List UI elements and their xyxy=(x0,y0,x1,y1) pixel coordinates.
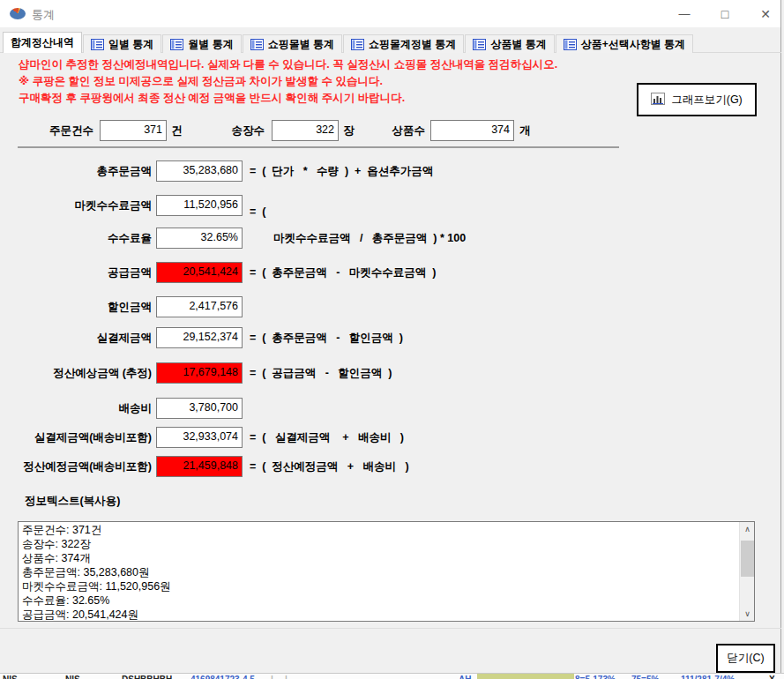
warning-line-1: 샵마인이 추정한 정산예정내역입니다. 실제와 다를 수 있습니다. 꼭 실정산… xyxy=(19,57,557,72)
form-icon xyxy=(351,39,364,50)
graph-view-label: 그래프보기(G) xyxy=(671,93,743,108)
scrollbar-thumb[interactable] xyxy=(741,541,754,577)
total-order-amount-field[interactable]: 35,283,680 xyxy=(156,160,243,182)
tab-label: 일별 통계 xyxy=(108,37,153,52)
bg-fragment: 75=5% xyxy=(631,675,659,679)
total-order-amount-formula: = ( 단가 * 수량 ) + 옵션추가금액 xyxy=(250,160,433,182)
window-title: 통계 xyxy=(32,7,55,23)
form-icon xyxy=(250,39,264,50)
tab-label: 쇼핑몰별 통계 xyxy=(268,37,334,52)
actual-payment-label: 실결제금액 xyxy=(0,327,152,348)
background-cell xyxy=(477,674,574,679)
actual-payment-incl-shipping-formula: = ( 실결제금액 + 배송비 ) xyxy=(250,427,404,448)
info-text-label: 정보텍스트(복사용) xyxy=(25,494,120,509)
form-icon xyxy=(564,39,577,50)
form-icon xyxy=(91,39,104,50)
settlement-incl-shipping-field[interactable]: 21,459,848 xyxy=(156,456,243,477)
form-icon xyxy=(473,39,486,50)
shipping-fee-field[interactable]: 3,780,700 xyxy=(156,398,243,419)
bg-fragment: NIS xyxy=(3,675,18,679)
graph-view-button[interactable]: 그래프보기(G) xyxy=(637,83,757,116)
estimated-settlement-field[interactable]: 17,679,148 xyxy=(156,362,243,384)
supply-amount-formula: = ( 총주문금액 - 마켓수수료금액 ) xyxy=(250,262,436,283)
bar-chart-icon xyxy=(651,93,665,108)
invoice-count-label: 송장수 xyxy=(206,120,265,141)
market-fee-field[interactable]: 11,520,956 xyxy=(156,195,243,216)
invoice-count-field[interactable]: 322 xyxy=(272,120,339,141)
supply-amount-field[interactable]: 20,541,424 xyxy=(156,262,243,283)
scroll-up-icon[interactable]: ∧ xyxy=(740,522,755,536)
bg-fragment: | xyxy=(271,675,273,679)
screen: 통계 — □ ✕ 합계정산내역 일별 통계 월별 통계 쇼핑몰별 통계 xyxy=(0,0,784,679)
statistics-window: 통계 — □ ✕ 합계정산내역 일별 통계 월별 통계 쇼핑몰별 통계 xyxy=(0,0,781,673)
pie-chart-icon xyxy=(10,8,26,19)
warning-line-3: 구매확정 후 쿠팡윙에서 최종 정산 예정 금액을 반드시 확인해 주시기 바랍… xyxy=(19,91,405,106)
market-fee-label: 마켓수수료금액 xyxy=(0,195,152,216)
product-count-field[interactable]: 374 xyxy=(430,120,514,141)
estimated-settlement-label: 정산예상금액 (추정) xyxy=(0,362,152,384)
bg-fragment: 4169841723-4.5 xyxy=(190,675,255,679)
tab-monthly-stats[interactable]: 월별 통계 xyxy=(162,34,241,53)
tab-total-settlement[interactable]: 합계정산내역 xyxy=(3,32,82,53)
fee-rate-formula: 마켓수수료금액 / 총주문금액 ) * 100 xyxy=(273,228,466,249)
tab-label: 상품별 통계 xyxy=(490,37,546,52)
close-button-label: 닫기(C) xyxy=(727,651,764,666)
supply-amount-label: 공급금액 xyxy=(0,262,152,283)
title-bar: 통계 — □ ✕ xyxy=(0,0,780,27)
info-text-box[interactable]: 주문건수: 371건 송장수: 322장 상품수: 374개 총주문금액: 35… xyxy=(18,521,755,622)
tab-by-product-stats[interactable]: 상품별 통계 xyxy=(465,34,554,53)
total-order-amount-label: 총주문금액 xyxy=(0,160,152,182)
close-button[interactable]: 닫기(C) xyxy=(716,644,775,673)
actual-payment-incl-shipping-field[interactable]: 32,933,074 xyxy=(156,427,243,448)
tab-by-mall-stats[interactable]: 쇼핑몰별 통계 xyxy=(243,34,342,53)
shipping-fee-label: 배송비 xyxy=(0,398,152,419)
maximize-button[interactable]: □ xyxy=(705,0,745,27)
fee-rate-label: 수수료율 xyxy=(0,228,152,249)
warning-line-2: ※ 쿠팡은 할인 정보 미제공으로 실제 정산금과 차이가 발생할 수 있습니다… xyxy=(19,74,383,89)
tab-by-product-option-stats[interactable]: 상품+선택사항별 통계 xyxy=(556,34,693,53)
order-count-label: 주문건수 xyxy=(18,120,93,141)
bg-fragment: 8=5-173% xyxy=(575,675,616,679)
info-text-content[interactable]: 주문건수: 371건 송장수: 322장 상품수: 374개 총주문금액: 35… xyxy=(19,522,739,621)
bg-fragment: | xyxy=(285,675,287,679)
scrollbar[interactable]: ∧ ∨ xyxy=(739,522,754,621)
order-count-field[interactable]: 371 xyxy=(100,120,167,141)
tab-label: 합계정산내역 xyxy=(11,35,74,50)
settlement-incl-shipping-label: 정산예정금액(배송비포함) xyxy=(0,456,152,477)
actual-payment-incl-shipping-label: 실결제금액(배송비포함) xyxy=(0,427,152,448)
product-count-label: 상품수 xyxy=(370,120,425,141)
bg-fragment: X xyxy=(769,675,775,679)
tab-daily-stats[interactable]: 일별 통계 xyxy=(83,34,161,53)
invoice-count-unit: 장 xyxy=(343,120,355,141)
close-window-button[interactable]: ✕ xyxy=(745,0,784,27)
minimize-button[interactable]: — xyxy=(664,0,705,27)
bg-fragment: DSHBBHBH xyxy=(122,675,172,679)
tab-label: 쇼핑몰계정별 통계 xyxy=(369,37,456,52)
discount-amount-label: 할인금액 xyxy=(0,296,152,317)
bg-fragment: 111/281-7/4% xyxy=(681,675,735,679)
discount-amount-field[interactable]: 2,417,576 xyxy=(156,296,243,317)
settlement-incl-shipping-formula: = ( 정산예정금액 + 배송비 ) xyxy=(250,456,409,477)
actual-payment-field[interactable]: 29,152,374 xyxy=(156,327,243,348)
product-count-unit: 개 xyxy=(519,120,531,141)
bg-fragment: NIS xyxy=(65,675,80,679)
tab-by-mall-account-stats[interactable]: 쇼핑몰계정별 통계 xyxy=(343,34,464,53)
background-window-strip: NIS NIS DSHBBHBH 4169841723-4.5 | | AH 8… xyxy=(0,673,784,679)
tab-label: 상품+선택사항별 통계 xyxy=(581,37,685,52)
tab-bar: 합계정산내역 일별 통계 월별 통계 쇼핑몰별 통계 쇼핑몰계정별 통계 상품별… xyxy=(3,32,694,53)
estimated-settlement-formula: = ( 공급금액 - 할인금액 ) xyxy=(250,362,392,384)
form-icon xyxy=(170,39,183,50)
fee-rate-field[interactable]: 32.65% xyxy=(156,228,243,249)
panel-edge-line xyxy=(0,628,781,629)
scroll-down-icon[interactable]: ∨ xyxy=(740,607,755,621)
tab-label: 월별 통계 xyxy=(188,37,233,52)
order-count-unit: 건 xyxy=(171,120,183,141)
market-fee-formula: = ( xyxy=(250,201,265,222)
actual-payment-formula: = ( 총주문금액 - 할인금액 ) xyxy=(250,327,403,348)
bg-fragment: AH xyxy=(459,675,471,679)
separator-line xyxy=(18,146,619,148)
